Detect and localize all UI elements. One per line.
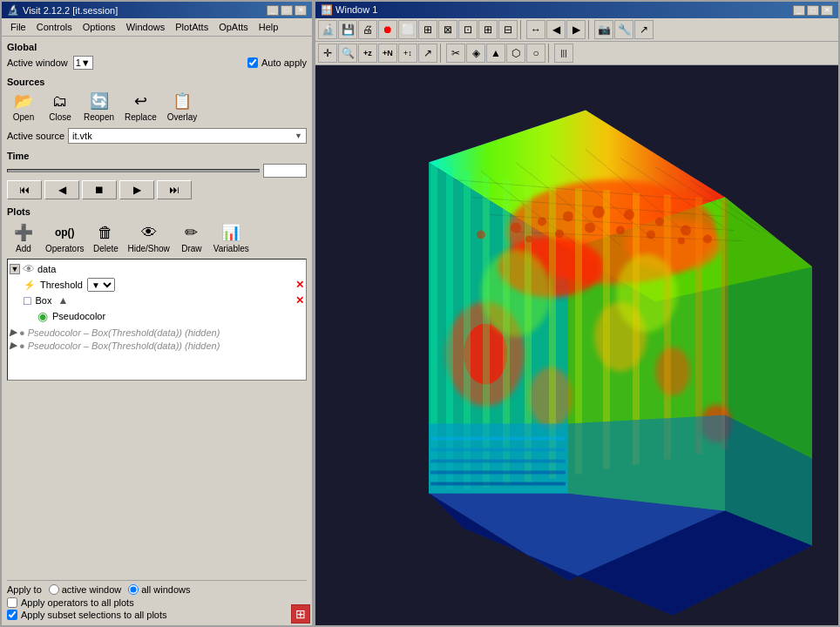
time-input[interactable] <box>263 164 307 178</box>
active-source-dropdown[interactable]: it.vtk ▼ <box>68 128 307 144</box>
source-dropdown-arrow: ▼ <box>295 131 302 140</box>
left-window-controls: _ □ ✕ <box>267 5 307 16</box>
viz-clip-btn[interactable]: ✂ <box>446 44 465 63</box>
viz-grid4-btn[interactable]: ⊡ <box>458 20 478 39</box>
threshold-label: Threshold <box>40 280 83 290</box>
pseudocolor-type-icon: ◉ <box>37 309 48 323</box>
apply-subset-checkbox[interactable] <box>7 610 17 620</box>
viz-record-btn[interactable]: ⏺ <box>378 20 397 39</box>
delete-plot-button[interactable]: 🗑 Delete <box>89 219 122 256</box>
window-close-button[interactable]: ✕ <box>821 5 833 16</box>
box-type-icon: □ <box>24 293 30 307</box>
viz-prev-win-btn[interactable]: ◀ <box>546 20 566 39</box>
auto-apply-checkbox[interactable] <box>247 57 258 68</box>
viz-arrow-btn[interactable]: ↗ <box>634 20 654 39</box>
radio-all-windows[interactable] <box>128 584 139 595</box>
hidden-eye-2: ● <box>19 340 25 351</box>
apply-operators-checkbox[interactable] <box>7 597 17 608</box>
maximize-button[interactable]: □ <box>281 5 293 16</box>
svg-point-43 <box>511 223 521 233</box>
menu-plotatts[interactable]: PlotAtts <box>170 20 213 34</box>
window-minimize-button[interactable]: _ <box>793 5 805 16</box>
hide-show-icon: 👁 <box>137 221 161 244</box>
active-source-row: Active source it.vtk ▼ <box>7 128 307 144</box>
menu-controls[interactable]: Controls <box>31 20 78 34</box>
draw-button[interactable]: ✏ Draw <box>175 219 208 256</box>
time-forward-button[interactable]: ⏭ <box>157 180 192 199</box>
time-rewind-button[interactable]: ⏮ <box>7 180 42 199</box>
active-window-dropdown[interactable]: 1 ▼ <box>73 56 93 70</box>
menu-windows[interactable]: Windows <box>121 20 171 34</box>
apply-operators-label: Apply operators to all plots <box>21 597 134 608</box>
viz-pan-btn[interactable]: +↕ <box>398 44 417 63</box>
viz-grid6-btn[interactable]: ⊞ <box>478 20 498 39</box>
threshold-item: ⚡ Threshold ▼ ✕ <box>24 277 304 293</box>
viz-zoom-btn[interactable]: 🔍 <box>338 44 357 63</box>
svg-point-45 <box>563 212 573 222</box>
auto-apply-label: Auto apply <box>261 57 307 68</box>
viz-extrude-btn[interactable]: ▲ <box>486 44 505 63</box>
eye-icon: 👁 <box>23 262 35 276</box>
viz-next-win-btn[interactable]: ▶ <box>566 20 586 39</box>
viz-lines-btn[interactable]: ||| <box>554 44 573 63</box>
viz-grid3-btn[interactable]: ⊠ <box>438 20 457 39</box>
bottom-icon[interactable]: ⊞ <box>291 604 310 624</box>
variables-icon: 📊 <box>219 221 243 244</box>
overlay-button[interactable]: 📋 Overlay <box>164 87 200 125</box>
viz-save-btn[interactable]: 💾 <box>338 20 357 39</box>
svg-point-48 <box>655 218 664 226</box>
viz-settings-btn[interactable]: 🔧 <box>614 20 633 39</box>
close-button[interactable]: ✕ <box>295 5 307 16</box>
menu-file[interactable]: File <box>5 20 31 34</box>
viz-globe-btn[interactable]: ○ <box>526 44 545 63</box>
time-play-button[interactable]: ▶ <box>119 180 154 199</box>
active-source-value: it.vtk <box>72 131 92 141</box>
menu-help[interactable]: Help <box>254 20 284 34</box>
box-label: Box <box>35 295 51 306</box>
variables-button[interactable]: 📊 Variables <box>210 219 253 256</box>
viz-print-btn[interactable]: 🖨 <box>358 20 377 39</box>
add-plot-button[interactable]: ➕ Add <box>7 219 40 256</box>
threshold-dropdown[interactable]: ▼ <box>87 278 115 292</box>
hidden-label-1: Pseudocolor – Box(Threshold(data)) (hidd… <box>28 327 220 338</box>
replace-button[interactable]: ↩ Replace <box>121 87 160 125</box>
menu-options[interactable]: Options <box>78 20 121 34</box>
viz-toolbar-1: 🔬 💾 🖨 ⏺ ⬜ ⊞ ⊠ ⊡ ⊞ ⊟ ↔ ◀ ▶ 📷 🔧 ↗ <box>315 18 838 42</box>
radio-active-window-label: active window <box>62 584 121 595</box>
expand-data-button[interactable]: ▼ <box>10 264 20 274</box>
reopen-button[interactable]: 🔄 Reopen <box>80 87 118 125</box>
left-title-text: Visit 2.12.2 [it.session] <box>23 5 118 16</box>
hidden-play-1[interactable]: ▶ <box>10 327 17 338</box>
viz-pick-btn[interactable]: ◈ <box>466 44 485 63</box>
time-slider[interactable] <box>7 169 260 172</box>
active-source-label: Active source <box>7 131 64 141</box>
threshold-delete-button[interactable]: ✕ <box>295 279 304 291</box>
viz-zoom-n-btn[interactable]: +N <box>378 44 397 63</box>
minimize-button[interactable]: _ <box>267 5 279 16</box>
toolbar2-sep1 <box>440 44 444 63</box>
viz-camera-btn[interactable]: 📷 <box>594 20 613 39</box>
viz-center-btn[interactable]: ✛ <box>318 44 337 63</box>
time-stop-button[interactable]: ⏹ <box>82 180 117 199</box>
box-up-button[interactable]: ▲ <box>58 294 68 307</box>
viz-zoom-z-btn[interactable]: +z <box>358 44 377 63</box>
open-button[interactable]: 📂 Open <box>7 87 40 125</box>
viz-navigate-btn[interactable]: ↗ <box>418 44 437 63</box>
menu-opatts[interactable]: OpAtts <box>213 20 254 34</box>
radio-active-window[interactable] <box>49 584 59 595</box>
viz-rect-btn[interactable]: ⬜ <box>398 20 417 39</box>
sources-section: Sources 📂 Open 🗂 Close 🔄 Reopen ↩ Replac… <box>7 75 307 125</box>
operators-button[interactable]: op() Operators <box>42 219 87 256</box>
viz-visit-icon-btn[interactable]: 🔬 <box>318 20 337 39</box>
time-prev-button[interactable]: ◀ <box>44 180 79 199</box>
viz-sync-btn[interactable]: ↔ <box>526 20 545 39</box>
viz-mesh-btn[interactable]: ⬡ <box>506 44 525 63</box>
hidden-play-2[interactable]: ▶ <box>10 340 17 351</box>
close-button[interactable]: 🗂 Close <box>44 87 77 125</box>
viz-layout-btn[interactable]: ⊟ <box>498 20 518 39</box>
viz-grid2-btn[interactable]: ⊞ <box>418 20 437 39</box>
time-label: Time <box>7 151 307 161</box>
box-delete-button[interactable]: ✕ <box>295 294 304 307</box>
hide-show-button[interactable]: 👁 Hide/Show <box>124 219 173 256</box>
window-restore-button[interactable]: □ <box>807 5 819 16</box>
